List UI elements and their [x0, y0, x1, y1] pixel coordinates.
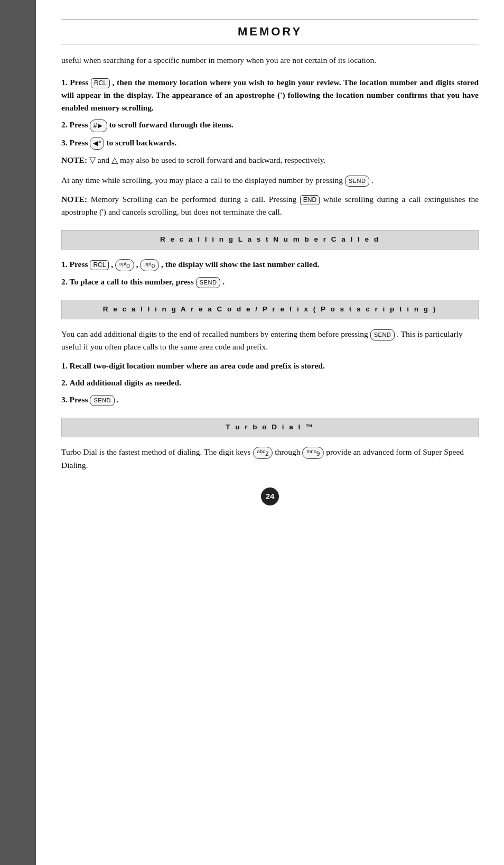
note2: NOTE: Memory Scrolling can be performed …: [61, 193, 479, 218]
page-number-area: 24: [61, 487, 479, 505]
list-item: 1. Press RCL , then the memory location …: [61, 76, 479, 114]
list-item: 2. Press #► to scroll forward through th…: [61, 118, 479, 132]
send-button-inline[interactable]: SEND: [345, 176, 370, 187]
section1-list: 1. Press RCL , then the memory location …: [61, 76, 479, 150]
left-sidebar: [0, 0, 36, 865]
section3-intro: You can add additional digits to the end…: [61, 328, 479, 353]
send-btn2[interactable]: SEND: [196, 277, 221, 288]
rcl-btn2[interactable]: RCL: [90, 260, 109, 270]
section4-intro: Turbo Dial is the fastest method of dial…: [61, 446, 479, 472]
page-content: MEMORY useful when searching for a speci…: [36, 0, 504, 865]
para1: At any time while scrolling, you may pla…: [61, 174, 479, 187]
list-item: 3. Press SEND .: [61, 393, 479, 406]
send-btn3[interactable]: SEND: [370, 329, 395, 341]
star-back-button[interactable]: ◀*: [90, 137, 104, 150]
digit2-btn[interactable]: abc2: [253, 447, 273, 459]
rcl-button[interactable]: RCL: [91, 78, 110, 88]
section3-list: 1. Recall two-digit location number wher…: [61, 360, 479, 406]
note1: NOTE: ▽ and △ may also be used to scroll…: [61, 154, 479, 167]
intro-text: useful when searching for a specific num…: [61, 54, 479, 67]
list-item: 1. Recall two-digit location number wher…: [61, 360, 479, 372]
digit9-btn[interactable]: mno9: [302, 447, 324, 459]
end-button[interactable]: END: [300, 195, 320, 205]
list-item: 1. Press RCL , opt0 , opt0 , the display…: [61, 258, 479, 271]
section3-header: R e c a l l i n g A r e a C o d e / P r …: [61, 300, 479, 319]
page-wrapper: MEMORY useful when searching for a speci…: [0, 0, 504, 865]
send-btn4[interactable]: SEND: [90, 395, 115, 406]
hash-forward-button[interactable]: #►: [90, 119, 107, 132]
list-item: 2. To place a call to this number, press…: [61, 275, 479, 288]
page-number: 24: [261, 487, 279, 505]
list-item: 3. Press ◀* to scroll backwards.: [61, 136, 479, 150]
list-item: 2. Add additional digits as needed.: [61, 376, 479, 389]
page-title: MEMORY: [61, 19, 479, 44]
section2-header: R e c a l l i n g L a s t N u m b e r C …: [61, 230, 479, 250]
section2-list: 1. Press RCL , opt0 , opt0 , the display…: [61, 258, 479, 288]
section4-header: T u r b o D i a l ™: [61, 418, 479, 437]
opt0-btn1[interactable]: opt0: [115, 259, 134, 271]
opt0-btn2[interactable]: opt0: [140, 259, 159, 271]
